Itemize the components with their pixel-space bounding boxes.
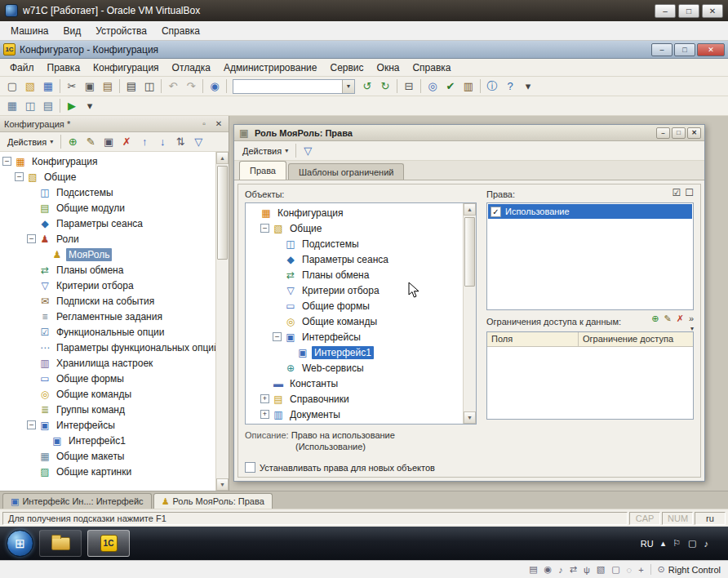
- objects-tree-scrollbar[interactable]: ▲ ▼: [463, 203, 476, 424]
- main-show-in-tree-button[interactable]: ⊟: [400, 78, 418, 95]
- main-help-button[interactable]: ?: [501, 78, 519, 95]
- vbox-menu-item-0[interactable]: Машина: [3, 23, 55, 39]
- language-indicator[interactable]: ru: [695, 512, 726, 525]
- tree-item[interactable]: ▭Общие формы: [0, 371, 215, 386]
- app-menu-item-3[interactable]: Отладка: [166, 60, 217, 75]
- recording-icon[interactable]: ◌: [627, 565, 633, 575]
- config-move-down-button[interactable]: ↓: [153, 134, 171, 150]
- role-window-close-button[interactable]: ✕: [687, 127, 701, 139]
- tree-item[interactable]: ▣Интерфейс1: [0, 433, 215, 448]
- main-undo-button[interactable]: ↶: [164, 78, 182, 95]
- tree-item[interactable]: ▨Общие картинки: [0, 464, 215, 479]
- app-menu-item-0[interactable]: Файл: [3, 60, 41, 75]
- virtualbox-close-button[interactable]: ✕: [702, 4, 723, 18]
- secondary-windows-button[interactable]: ◫: [21, 98, 39, 114]
- main-open-button[interactable]: ▧: [21, 78, 39, 95]
- tree-item[interactable]: –▧Общие: [0, 169, 215, 185]
- tree-item[interactable]: ▭Общие формы: [246, 298, 463, 313]
- app-menu-item-6[interactable]: Окна: [371, 60, 406, 75]
- tree-item[interactable]: –▧Общие: [246, 220, 463, 236]
- tree-item[interactable]: ⊕Web-сервисы: [246, 360, 463, 376]
- collapse-icon[interactable]: –: [27, 420, 36, 429]
- configuration-panel-header[interactable]: Конфигурация * ▫ ✕: [0, 116, 229, 132]
- config-add-button[interactable]: ⊕: [64, 134, 82, 150]
- panel-close-button[interactable]: ✕: [213, 119, 224, 128]
- volume-icon[interactable]: ♪: [704, 539, 709, 549]
- secondary-start-debug-button[interactable]: ▶: [63, 98, 81, 114]
- actions-menu-button[interactable]: Действия ▾: [2, 136, 58, 149]
- search-combobox[interactable]: ▼: [233, 79, 355, 94]
- app-menu-item-4[interactable]: Администрирование: [217, 60, 323, 75]
- secondary-palette-button[interactable]: ▤: [39, 98, 57, 114]
- main-save-button[interactable]: ▦: [39, 78, 57, 95]
- expand-icon[interactable]: +: [260, 394, 269, 403]
- collapse-icon[interactable]: –: [27, 234, 36, 243]
- checkbox-icon[interactable]: ✓: [491, 207, 501, 217]
- main-go-forward-button[interactable]: ↻: [376, 78, 394, 95]
- restriction-more-button[interactable]: »: [689, 313, 694, 324]
- app-maximize-button[interactable]: □: [674, 43, 695, 56]
- main-print-preview-button[interactable]: ◫: [140, 78, 158, 95]
- collapse-icon[interactable]: –: [260, 224, 269, 233]
- configuration-tree-scrollbar[interactable]: ▲ ▼: [215, 152, 229, 491]
- main-cut-button[interactable]: ✂: [63, 78, 81, 95]
- main-global-search-button[interactable]: ◎: [424, 78, 442, 95]
- tree-item[interactable]: ◫Подсистемы: [0, 185, 215, 200]
- tab-0[interactable]: Права: [239, 161, 286, 180]
- restriction-add-button[interactable]: ⊕: [651, 313, 659, 324]
- tree-item[interactable]: ▣Интерфейс1: [246, 345, 463, 360]
- scroll-track[interactable]: [464, 216, 476, 411]
- expand-icon[interactable]: +: [260, 410, 269, 419]
- tree-item[interactable]: –▣Интерфейсы: [246, 329, 463, 345]
- tree-item[interactable]: ▽Критерии отбора: [246, 282, 463, 298]
- virtualbox-titlebar[interactable]: w71C [Работает] - Oracle VM VirtualBox –…: [0, 0, 728, 21]
- main-find-button[interactable]: ◉: [206, 78, 224, 95]
- tree-item[interactable]: ▥Хранилища настроек: [0, 355, 215, 371]
- network-icon[interactable]: ⇄: [570, 564, 577, 575]
- set-rights-for-new-objects-checkbox[interactable]: Устанавливать права для новых объектов: [245, 462, 435, 473]
- start-button[interactable]: ⊞: [7, 530, 33, 557]
- usb-icon[interactable]: ψ: [584, 565, 590, 575]
- taskbar-button-1c-configurator[interactable]: 1С: [87, 530, 130, 557]
- role-actions-menu-button[interactable]: Действия ▾: [237, 144, 293, 158]
- app-minimize-button[interactable]: –: [651, 43, 673, 56]
- main-paste-button[interactable]: ▤: [99, 78, 117, 95]
- collapse-icon[interactable]: –: [273, 332, 282, 341]
- config-edit-button[interactable]: ✎: [82, 134, 100, 150]
- check-all-button[interactable]: ☑: [672, 187, 681, 198]
- hdd-icon[interactable]: ▤: [529, 564, 537, 575]
- tray-language-indicator[interactable]: RU: [641, 539, 654, 549]
- role-window-titlebar[interactable]: ▣ Роль МояРоль: Права –□✕: [234, 125, 704, 141]
- tree-item[interactable]: ☑Функциональные опции: [0, 324, 215, 340]
- combo-dropdown-icon[interactable]: ▼: [342, 80, 354, 93]
- tab-1[interactable]: Шаблоны ограничений: [288, 163, 405, 180]
- app-menu-item-7[interactable]: Справка: [406, 60, 457, 75]
- config-move-up-button[interactable]: ↑: [135, 134, 153, 150]
- panel-position-button[interactable]: ▫: [198, 119, 210, 128]
- main-print-button[interactable]: ▤: [122, 78, 140, 95]
- tree-item[interactable]: ▬Константы: [246, 376, 463, 391]
- cd-icon[interactable]: ◉: [544, 564, 553, 575]
- tree-item[interactable]: ⇄Планы обмена: [0, 262, 215, 278]
- app-titlebar[interactable]: 1С Конфигуратор - Конфигурация –□✕: [0, 41, 728, 59]
- vbox-menu-item-1[interactable]: Вид: [55, 23, 88, 39]
- tree-item[interactable]: ⋯Параметры функциональных опций: [0, 340, 215, 355]
- tree-item[interactable]: ◎Общие команды: [0, 386, 215, 402]
- main-new-document-button[interactable]: ▢: [3, 78, 21, 95]
- secondary-debug-arrow-button[interactable]: ▾: [81, 98, 99, 114]
- virtualbox-minimize-button[interactable]: –: [655, 4, 676, 18]
- tree-item[interactable]: –▣Интерфейсы: [0, 417, 215, 433]
- scroll-up-button[interactable]: ▲: [216, 152, 229, 164]
- role-window-maximize-button[interactable]: □: [672, 127, 686, 139]
- config-delete-button[interactable]: ✗: [118, 134, 135, 150]
- taskbar-button-explorer[interactable]: [39, 530, 82, 557]
- main-copy-button[interactable]: ▣: [81, 78, 99, 95]
- window-tab-0[interactable]: ▣Интерфейс Ин...: Интерфейс: [2, 493, 152, 509]
- tree-item[interactable]: –▦Конфигурация: [0, 153, 215, 169]
- shared-folders-icon[interactable]: ▧: [597, 564, 605, 575]
- config-sort-button[interactable]: ⇅: [171, 134, 189, 150]
- main-redo-button[interactable]: ↷: [182, 78, 200, 95]
- scroll-down-button[interactable]: ▼: [216, 478, 229, 491]
- tree-item[interactable]: ▦Конфигурация: [246, 205, 463, 220]
- tree-item[interactable]: ◫Подсистемы: [246, 236, 463, 251]
